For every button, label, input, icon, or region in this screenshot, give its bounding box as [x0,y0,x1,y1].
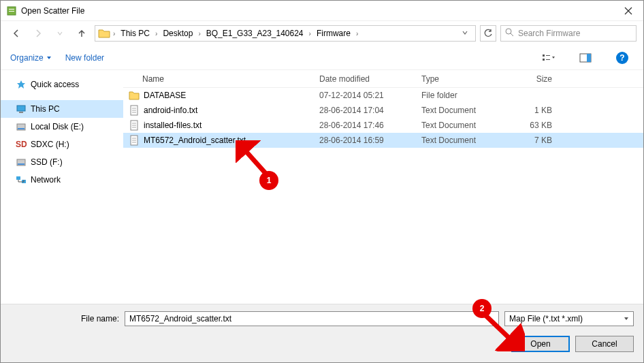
file-type: Text Document [416,106,511,115]
svg-rect-10 [546,59,550,60]
file-row[interactable]: DATABASE07-12-2014 05:21File folder [123,88,643,103]
cancel-button[interactable]: Cancel [575,336,634,352]
file-size: 1 KB [511,106,559,115]
breadcrumb-item[interactable]: Firmware [314,27,353,40]
file-size: 63 KB [511,121,559,130]
search-input[interactable]: Search Firmware [500,25,637,42]
file-name: DATABASE [144,91,186,100]
column-date[interactable]: Date modified [314,74,416,84]
svg-rect-1 [9,9,14,10]
sidebar-item-label: Network [31,175,61,185]
sd-icon: SD [16,139,27,150]
recent-dropdown[interactable] [51,25,69,42]
search-icon [505,28,514,39]
search-placeholder: Search Firmware [518,29,580,38]
refresh-button[interactable] [480,25,496,42]
svg-point-5 [506,29,511,34]
sidebar-item[interactable]: Network [1,171,123,189]
app-icon [6,5,17,16]
annotation-callout: 1 [259,171,278,190]
column-size[interactable]: Size [511,74,559,84]
svg-rect-14 [19,112,23,113]
help-button[interactable]: ? [611,50,634,66]
preview-pane-button[interactable] [574,50,597,66]
pc-icon [16,104,27,114]
disk-icon [16,157,27,168]
svg-line-6 [511,33,513,36]
file-list: Name Date modified Type Size DATABASE07-… [123,70,643,329]
forward-button[interactable] [29,25,47,42]
file-row[interactable]: android-info.txt28-06-2014 17:04Text Doc… [123,103,643,118]
address-bar[interactable]: › This PC › Desktop › BQ_E1_G33_A23_1406… [95,25,476,42]
file-date: 28-06-2014 17:04 [314,106,416,115]
folder-icon [98,28,110,39]
chevron-right-icon: › [355,30,359,37]
svg-text:SD: SD [16,140,27,149]
file-name: android-info.txt [144,106,197,115]
sidebar-item-label: SSD (F:) [31,157,63,167]
file-date: 28-06-2014 16:59 [314,136,416,145]
svg-rect-16 [18,128,25,129]
svg-rect-2 [9,11,14,12]
file-type: File folder [416,91,511,100]
file-type: Text Document [416,121,511,130]
breadcrumb-item[interactable]: BQ_E1_G33_A23_140624 [204,27,306,40]
file-date: 28-06-2014 17:46 [314,121,416,130]
filename-label: File name: [78,314,119,323]
sidebar-item[interactable]: This PC [1,100,123,118]
file-date: 07-12-2014 05:21 [314,91,416,100]
txt-icon [129,105,140,116]
close-button[interactable] [613,1,643,20]
breadcrumb-item[interactable]: Desktop [160,27,195,40]
sidebar-quick-access[interactable]: Quick access [1,76,123,93]
file-name: MT6572_Android_scatter.txt [144,136,246,145]
net-icon [16,174,27,185]
column-type[interactable]: Type [416,74,511,84]
organize-menu[interactable]: Organize [10,53,52,63]
svg-rect-7 [543,54,545,57]
file-name: installed-files.txt [144,121,202,130]
disk-icon [16,121,27,132]
filename-input[interactable] [125,311,499,326]
breadcrumb-item[interactable]: This PC [118,27,152,40]
back-button[interactable] [7,25,25,42]
file-type: Text Document [416,136,511,145]
chevron-right-icon: › [308,30,312,37]
chevron-right-icon: › [197,30,202,37]
sidebar-item[interactable]: SDSDXC (H:) [1,136,123,153]
svg-rect-12 [587,54,591,62]
up-button[interactable] [73,25,91,42]
annotation-callout: 2 [472,299,492,318]
svg-rect-13 [17,106,25,111]
svg-line-38 [484,314,515,343]
txt-icon [129,135,140,146]
star-icon [16,79,27,90]
chevron-right-icon: › [154,30,159,37]
file-row[interactable]: MT6572_Android_scatter.txt28-06-2014 16:… [123,133,643,148]
file-row[interactable]: installed-files.txt28-06-2014 17:46Text … [123,118,643,133]
svg-rect-20 [16,176,20,180]
sidebar-item[interactable]: SSD (F:) [1,153,123,171]
txt-icon [129,120,140,131]
sidebar-item-label: SDXC (H:) [31,140,69,149]
window-title: Open Scatter File [21,6,613,16]
address-dropdown[interactable] [457,29,472,38]
svg-rect-19 [18,163,25,165]
svg-rect-9 [546,55,550,56]
folder-icon [129,90,140,101]
sidebar-item[interactable]: Local Disk (E:) [1,118,123,136]
file-size: 7 KB [511,136,559,145]
column-name[interactable]: Name [123,74,314,84]
view-menu[interactable] [537,50,560,66]
sidebar: Quick access This PCLocal Disk (E:)SDSDX… [1,70,123,329]
chevron-right-icon: › [112,30,116,37]
sidebar-item-label: Local Disk (E:) [31,122,84,131]
svg-rect-8 [543,59,545,61]
new-folder-button[interactable]: New folder [65,53,104,63]
sidebar-item-label: This PC [31,104,60,114]
